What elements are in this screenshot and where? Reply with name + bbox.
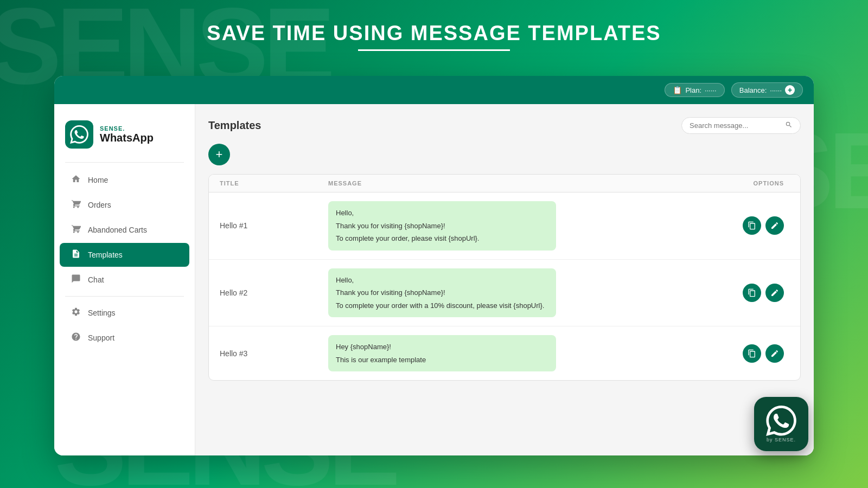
col-header-options: OPTIONS — [703, 180, 789, 187]
orders-icon — [71, 199, 81, 211]
copy-template-1-button[interactable] — [743, 216, 761, 235]
badge-by-sense: by SENSE. — [767, 437, 796, 442]
template-table: TITLE MESSAGE OPTIONS Hello #1 Hello, Th… — [208, 174, 801, 381]
add-template-button[interactable]: + — [208, 144, 230, 165]
support-icon — [71, 332, 81, 344]
app-window: 📋 Plan: ······ Balance: ······ + SENSE. — [54, 76, 814, 455]
table-row: Hello #1 Hello, Thank you for visiting {… — [209, 192, 800, 260]
sidebar-divider — [65, 162, 184, 163]
hero-title: SAVE TIME USING MESSAGE TEMPLATES — [0, 22, 868, 45]
balance-value: ······ — [770, 86, 782, 94]
hero-heading: SAVE TIME USING MESSAGE TEMPLATES — [0, 22, 868, 51]
row-options-3 — [703, 344, 789, 363]
sidebar-item-support-label: Support — [88, 333, 114, 342]
top-bar: 📋 Plan: ······ Balance: ······ + — [54, 76, 814, 104]
col-header-title: TITLE — [220, 180, 328, 187]
msg-3-line-2: This is our example template — [336, 355, 548, 365]
brand-whatsapp: WhatsApp — [100, 132, 154, 144]
plan-value: ······ — [705, 86, 717, 94]
plan-icon: 📋 — [673, 86, 682, 94]
edit-template-1-button[interactable] — [765, 216, 784, 235]
abandoned-carts-icon — [71, 224, 81, 236]
table-row: Hello #3 Hey {shopName}! This is our exa… — [209, 326, 800, 380]
copy-template-3-button[interactable] — [743, 344, 761, 363]
plan-badge: 📋 Plan: ······ — [665, 83, 724, 97]
copy-template-2-button[interactable] — [743, 284, 761, 302]
msg-3-line-1: Hey {shopName}! — [336, 342, 548, 352]
table-row: Hello #2 Hello, Thank you for visiting {… — [209, 260, 800, 327]
whatsapp-badge: by SENSE. — [754, 397, 808, 451]
col-header-message: MESSAGE — [328, 180, 703, 187]
heading-underline — [358, 49, 510, 51]
sidebar-item-templates-label: Templates — [88, 251, 123, 259]
template-title-1: Hello #1 — [220, 221, 328, 230]
content-area: SENSE. WhatsApp Home Orders — [54, 104, 814, 455]
sidebar-item-templates[interactable]: Templates — [60, 243, 189, 267]
row-options-1 — [703, 216, 789, 235]
chat-icon — [71, 274, 81, 286]
template-title-2: Hello #2 — [220, 288, 328, 297]
msg-2-line-1: Hello, — [336, 275, 548, 286]
page-title: Templates — [208, 119, 261, 132]
sidebar-item-support[interactable]: Support — [60, 326, 189, 350]
msg-2-line-2: Thank you for visiting {shopName}! — [336, 287, 548, 298]
sidebar-item-orders[interactable]: Orders — [60, 193, 189, 217]
settings-icon — [71, 307, 81, 319]
table-header: TITLE MESSAGE OPTIONS — [209, 175, 800, 192]
balance-badge: Balance: ······ + — [731, 82, 803, 98]
main-content: Templates + TITLE MESSAGE OPTIONS — [195, 104, 814, 455]
sidebar-item-chat-label: Chat — [88, 275, 104, 284]
whatsapp-badge-icon — [766, 406, 796, 436]
page-header: Templates — [208, 117, 801, 134]
sidebar-item-abandoned-carts[interactable]: Abandoned Carts — [60, 218, 189, 242]
edit-template-3-button[interactable] — [765, 344, 784, 363]
template-title-3: Hello #3 — [220, 349, 328, 358]
message-bubble-3: Hey {shopName}! This is our example temp… — [328, 335, 556, 371]
msg-1-line-1: Hello, — [336, 208, 548, 219]
msg-1-line-2: Thank you for visiting {shopName}! — [336, 221, 548, 232]
message-bubble-2: Hello, Thank you for visiting {shopName}… — [328, 268, 556, 318]
sidebar-item-orders-label: Orders — [88, 201, 111, 209]
row-options-2 — [703, 284, 789, 302]
sidebar-divider-2 — [65, 296, 184, 297]
logo-icon — [65, 120, 93, 149]
edit-template-2-button[interactable] — [765, 284, 784, 302]
msg-1-line-3: To complete your order, please visit {sh… — [336, 233, 548, 244]
sidebar-item-settings-label: Settings — [88, 309, 116, 317]
sidebar-item-home-label: Home — [88, 176, 108, 184]
logo-area: SENSE. WhatsApp — [54, 110, 195, 162]
balance-label: Balance: — [739, 86, 767, 94]
templates-icon — [71, 249, 81, 261]
sidebar-item-settings[interactable]: Settings — [60, 301, 189, 325]
add-balance-button[interactable]: + — [785, 85, 795, 95]
message-bubble-1: Hello, Thank you for visiting {shopName}… — [328, 201, 556, 251]
home-icon — [71, 174, 81, 186]
logo-text: SENSE. WhatsApp — [100, 125, 154, 144]
sidebar-item-abandoned-carts-label: Abandoned Carts — [88, 226, 147, 234]
search-box — [681, 117, 801, 134]
brand-sense: SENSE. — [100, 125, 154, 132]
search-input[interactable] — [690, 121, 781, 130]
sidebar-item-chat[interactable]: Chat — [60, 268, 189, 292]
plan-label: Plan: — [685, 86, 701, 94]
msg-2-line-3: To complete your order with a 10% discou… — [336, 300, 548, 311]
whatsapp-logo-svg — [70, 125, 88, 144]
sidebar-item-home[interactable]: Home — [60, 168, 189, 192]
sidebar: SENSE. WhatsApp Home Orders — [54, 104, 195, 455]
search-icon[interactable] — [785, 121, 793, 130]
